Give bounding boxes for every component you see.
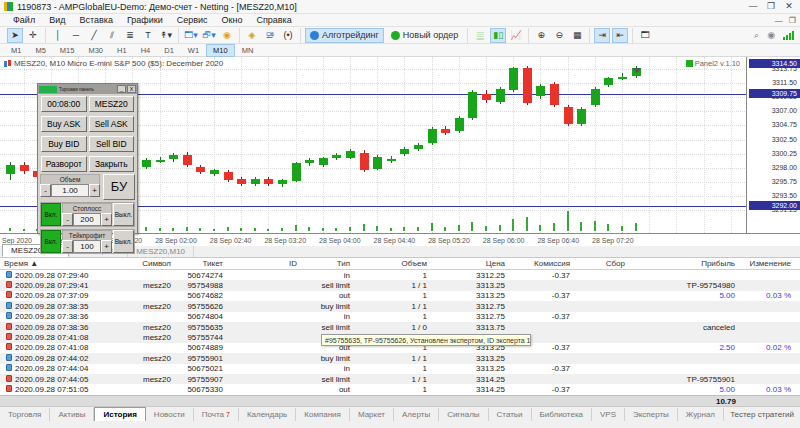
menu-item-вид[interactable]: Вид	[42, 15, 72, 25]
table-row[interactable]: 2020.09.28 07:38:3650674804in13312.75-0.…	[0, 312, 800, 322]
column-header-change[interactable]: Изменение	[739, 258, 795, 269]
toolbox-tab-календарь[interactable]: Календарь	[239, 408, 296, 421]
new-order-button[interactable]: Новый ордер	[386, 28, 463, 43]
sell-bid-button[interactable]: Sell BID	[89, 136, 135, 152]
broadcast-icon[interactable]: (•)	[280, 28, 296, 43]
stoploss-off-button[interactable]: Выкл.	[113, 203, 134, 226]
toolbox-tab-маркет[interactable]: Маркет	[350, 408, 394, 421]
buy-bid-button[interactable]: Buy BID	[41, 136, 87, 152]
toolbox-tab-новости[interactable]: Новости	[146, 408, 194, 421]
connection-status-icon[interactable]	[783, 31, 794, 40]
window-minimize-button[interactable]: —	[744, 0, 762, 13]
cursor-tool-icon[interactable]: ➤	[7, 28, 23, 43]
chart-shift-icon[interactable]: ⇤	[612, 28, 628, 43]
column-header-profit[interactable]: Прибыль	[629, 258, 739, 269]
arrows-tool-icon[interactable]: ↟▾	[158, 28, 174, 43]
stoploss-minus-button[interactable]: -	[62, 213, 73, 226]
toolbox-tab-vps[interactable]: VPS	[592, 408, 625, 421]
community-avatar-icon[interactable]: ◉	[767, 30, 775, 40]
column-header-id[interactable]: ID	[227, 258, 301, 269]
takeprofit-plus-button[interactable]: +	[101, 240, 112, 253]
economic-calendar-icon[interactable]: ◉	[219, 28, 235, 43]
trade-panel-minimize-button[interactable]: _	[117, 85, 126, 93]
timeframe-button-m10[interactable]: M10	[206, 44, 235, 57]
toolbox-tab-сигналы[interactable]: Сигналы	[439, 408, 488, 421]
chart-tab-2[interactable]: MESZ20,M10	[128, 246, 194, 257]
toolbox-tab-почта[interactable]: Почта 7	[194, 408, 239, 421]
column-header-fee[interactable]: Сбор	[574, 258, 629, 269]
timeframe-button-h1[interactable]: H1	[110, 44, 134, 57]
toolbox-tab-история[interactable]: История	[94, 407, 145, 422]
channel-tool-icon[interactable]: ⫽	[104, 28, 120, 43]
price-axis[interactable]: 3313.753311.503309.253307.003304.753302.…	[748, 57, 800, 233]
table-row[interactable]: 2020.09.28 07:44:02mesz2095755901buy lim…	[0, 353, 800, 363]
search-icon[interactable]: ⌕	[754, 30, 759, 41]
table-row[interactable]: 2020.09.28 07:44:0450675021in13313.25-0.…	[0, 364, 800, 374]
algotrading-button[interactable]: Алготрейдинг	[305, 28, 384, 43]
volume-plus-button[interactable]: +	[89, 184, 100, 197]
menu-item-графики[interactable]: Графики	[120, 15, 170, 25]
toolbox-tab-журнал[interactable]: Журнал	[678, 408, 724, 421]
stoploss-on-button[interactable]: Вкл.	[41, 203, 61, 226]
volume-value[interactable]: 1.00	[51, 184, 89, 197]
zoom-in-icon[interactable]: ⊕	[533, 28, 549, 43]
auto-scroll-icon[interactable]: ⇥	[594, 28, 610, 43]
stoploss-value[interactable]: 200	[73, 213, 101, 226]
trade-panel-close-button[interactable]: X	[127, 85, 136, 93]
chart-shift-marker-icon[interactable]	[633, 68, 641, 73]
timeframe-button-m15[interactable]: M15	[53, 44, 82, 57]
table-row[interactable]: 2020.09.28 07:44:05mesz2095755907sell li…	[0, 374, 800, 384]
new-chart-icon[interactable]: 🗔▾	[183, 28, 199, 43]
child-restore-icon[interactable]: ❐	[789, 16, 796, 25]
crosshair-tool-icon[interactable]: ✛	[25, 28, 41, 43]
column-header-commission[interactable]: Комиссия	[509, 258, 574, 269]
toolbox-tab-библиотека[interactable]: Библиотека	[532, 408, 593, 421]
menu-item-сервис[interactable]: Сервис	[170, 15, 215, 25]
timeframe-button-m5[interactable]: M5	[28, 44, 52, 57]
takeprofit-on-button[interactable]: Вкл.	[41, 230, 61, 253]
menu-item-справка[interactable]: Справка	[249, 15, 298, 25]
table-row[interactable]: 2020.09.28 07:29:4050674274in13312.25-0.…	[0, 270, 800, 280]
bar-chart-mode-icon[interactable]: 𝄛	[472, 28, 488, 43]
column-header-volume[interactable]: Объем	[354, 258, 431, 269]
text-tool-icon[interactable]: T	[140, 28, 156, 43]
vertical-line-tool-icon[interactable]: │	[50, 28, 66, 43]
volume-minus-button[interactable]: -	[40, 184, 51, 197]
toolbox-tab-активы[interactable]: Активы	[50, 408, 94, 421]
stoploss-plus-button[interactable]: +	[101, 213, 112, 226]
trade-panel-titlebar[interactable]: Торговая панель _ X	[38, 84, 137, 94]
timeframe-button-w1[interactable]: W1	[181, 44, 206, 57]
table-row[interactable]: 2020.09.28 07:38:36mesz2095755635sell li…	[0, 322, 800, 332]
chart-profiles-icon[interactable]: 🗗▾	[201, 28, 217, 43]
toolbox-tab-статьи[interactable]: Статьи	[489, 408, 532, 421]
timeframe-button-d1[interactable]: D1	[157, 44, 181, 57]
objects-icon[interactable]: ◈	[244, 28, 260, 43]
toolbox-tab-торговля[interactable]: Торговля	[0, 408, 50, 421]
toolbox-tab-алерты[interactable]: Алерты	[394, 408, 439, 421]
trendline-tool-icon[interactable]: ╱	[86, 28, 102, 43]
timeframe-button-m30[interactable]: M30	[81, 44, 110, 57]
window-close-button[interactable]: ✕	[780, 0, 798, 13]
toolbox-tab-эксперты[interactable]: Эксперты	[625, 408, 678, 421]
chart-properties-icon[interactable]: 🗔	[637, 28, 653, 43]
toolbox-tab-компания[interactable]: Компания	[296, 408, 350, 421]
reverse-button[interactable]: Разворот	[41, 156, 87, 172]
timeframe-button-m1[interactable]: M1	[4, 44, 28, 57]
column-header-type[interactable]: Тип	[301, 258, 354, 269]
strategy-tester-label[interactable]: Тестер стратегий	[730, 410, 794, 419]
breakeven-button[interactable]: БУ	[103, 174, 135, 200]
timeframe-button-mn[interactable]: MN	[235, 44, 261, 57]
column-header-price[interactable]: Цена	[431, 258, 509, 269]
window-maximize-button[interactable]: ❐	[762, 0, 780, 13]
takeprofit-off-button[interactable]: Выкл.	[113, 230, 134, 253]
table-row[interactable]: 2020.09.28 07:38:35mesz2095755626buy lim…	[0, 301, 800, 311]
takeprofit-value[interactable]: 100	[73, 240, 101, 253]
market-watch-icon[interactable]: 🖳	[262, 28, 278, 43]
column-header-symbol[interactable]: Символ	[118, 258, 175, 269]
takeprofit-minus-button[interactable]: -	[62, 240, 73, 253]
menu-item-вставка[interactable]: Вставка	[72, 15, 119, 25]
table-row[interactable]: 2020.09.28 07:51:0550675330out13314.25-0…	[0, 384, 800, 394]
column-header-ticket[interactable]: Тикет	[175, 258, 227, 269]
tile-windows-icon[interactable]: ▦	[569, 28, 585, 43]
candlestick-mode-icon[interactable]: ▮▯	[490, 28, 506, 43]
